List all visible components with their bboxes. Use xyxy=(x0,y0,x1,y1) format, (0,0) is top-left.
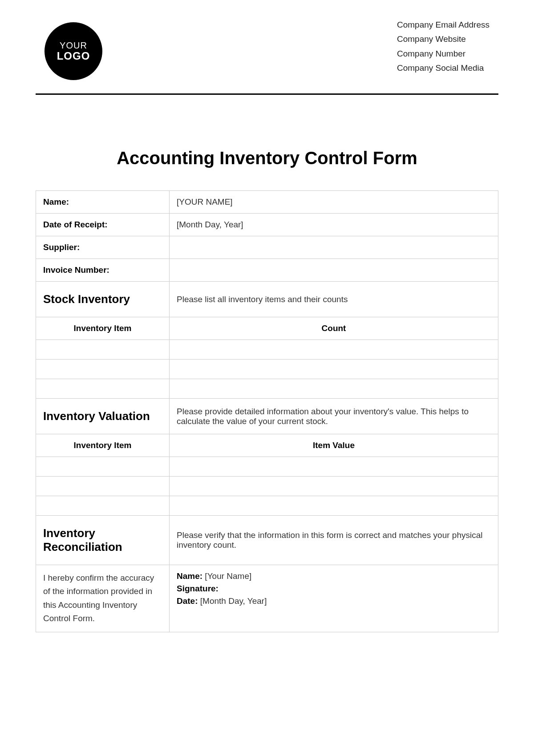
company-social: Company Social Media xyxy=(397,61,490,75)
stock-item-1[interactable] xyxy=(36,340,170,360)
logo-text-bottom: LOGO xyxy=(57,50,90,62)
reconciliation-heading: Inventory Reconciliation xyxy=(36,516,170,565)
stock-instruction: Please list all inventory items and thei… xyxy=(170,282,498,317)
valuation-value-1[interactable] xyxy=(170,457,498,477)
sig-signature: Signature: xyxy=(177,584,491,594)
valuation-value-3[interactable] xyxy=(170,496,498,516)
sig-name: Name: [Your Name] xyxy=(177,571,491,581)
name-value[interactable]: [YOUR NAME] xyxy=(170,191,498,214)
row-name: Name: [YOUR NAME] xyxy=(36,191,498,214)
reconciliation-confirm: I hereby confirm the accuracy of the inf… xyxy=(36,565,170,632)
valuation-row-1 xyxy=(36,457,498,477)
row-stock-heading: Stock Inventory Please list all inventor… xyxy=(36,282,498,317)
stock-count-1[interactable] xyxy=(170,340,498,360)
name-label: Name: xyxy=(36,191,170,214)
logo-text-top: YOUR xyxy=(60,40,87,50)
form-table: Name: [YOUR NAME] Date of Receipt: [Mont… xyxy=(36,190,498,632)
valuation-item-2[interactable] xyxy=(36,477,170,496)
stock-col-item: Inventory Item xyxy=(36,317,170,340)
supplier-value[interactable] xyxy=(170,236,498,259)
valuation-col-item: Inventory Item xyxy=(36,434,170,457)
stock-row-3 xyxy=(36,379,498,399)
stock-row-1 xyxy=(36,340,498,360)
row-supplier: Supplier: xyxy=(36,236,498,259)
valuation-heading: Inventory Valuation xyxy=(36,399,170,434)
stock-count-2[interactable] xyxy=(170,360,498,379)
row-valuation-heading: Inventory Valuation Please provide detai… xyxy=(36,399,498,434)
row-stock-cols: Inventory Item Count xyxy=(36,317,498,340)
company-number: Company Number xyxy=(397,47,490,61)
stock-item-2[interactable] xyxy=(36,360,170,379)
valuation-row-2 xyxy=(36,477,498,496)
form-title: Accounting Inventory Control Form xyxy=(36,148,498,168)
reconciliation-instruction: Please verify that the information in th… xyxy=(170,516,498,565)
row-invoice: Invoice Number: xyxy=(36,259,498,282)
valuation-instruction: Please provide detailed information abou… xyxy=(170,399,498,434)
invoice-value[interactable] xyxy=(170,259,498,282)
valuation-item-1[interactable] xyxy=(36,457,170,477)
row-reconciliation-body: I hereby confirm the accuracy of the inf… xyxy=(36,565,498,632)
valuation-value-2[interactable] xyxy=(170,477,498,496)
sig-date: Date: [Month Day, Year] xyxy=(177,596,491,606)
logo-placeholder: YOUR LOGO xyxy=(44,22,102,80)
valuation-row-3 xyxy=(36,496,498,516)
reconciliation-signature-block: Name: [Your Name] Signature: Date: [Mont… xyxy=(170,565,498,632)
row-date: Date of Receipt: [Month Day, Year] xyxy=(36,214,498,236)
company-email: Company Email Address xyxy=(397,18,490,32)
row-valuation-cols: Inventory Item Item Value xyxy=(36,434,498,457)
date-value[interactable]: [Month Day, Year] xyxy=(170,214,498,236)
date-label: Date of Receipt: xyxy=(36,214,170,236)
supplier-label: Supplier: xyxy=(36,236,170,259)
stock-item-3[interactable] xyxy=(36,379,170,399)
valuation-col-value: Item Value xyxy=(170,434,498,457)
valuation-item-3[interactable] xyxy=(36,496,170,516)
company-info: Company Email Address Company Website Co… xyxy=(397,18,490,75)
stock-count-3[interactable] xyxy=(170,379,498,399)
stock-col-count: Count xyxy=(170,317,498,340)
invoice-label: Invoice Number: xyxy=(36,259,170,282)
company-website: Company Website xyxy=(397,32,490,46)
row-reconciliation-heading: Inventory Reconciliation Please verify t… xyxy=(36,516,498,565)
stock-row-2 xyxy=(36,360,498,379)
stock-heading: Stock Inventory xyxy=(36,282,170,317)
document-header: YOUR LOGO Company Email Address Company … xyxy=(36,18,498,95)
